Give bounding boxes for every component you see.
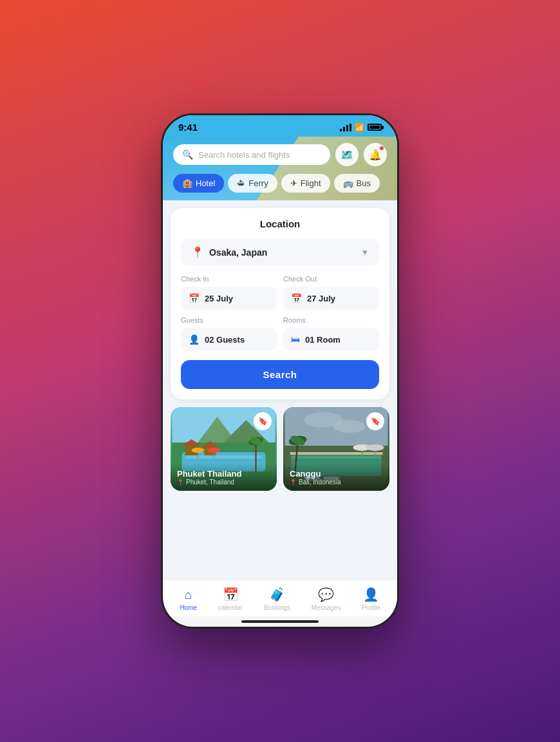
tab-hotel-label: Hotel bbox=[196, 178, 215, 188]
tab-ferry[interactable]: ⛴ Ferry bbox=[228, 174, 277, 193]
date-row: Check In 📅 25 July Check Out 📅 27 July bbox=[181, 275, 379, 310]
main-content: Location 📍 Osaka, Japan ▼ Check In 📅 bbox=[163, 200, 397, 580]
guests-value: 02 Guests bbox=[205, 335, 245, 345]
rooms-field[interactable]: 🛏 01 Room bbox=[283, 328, 379, 351]
booking-form: Location 📍 Osaka, Japan ▼ Check In 📅 bbox=[171, 208, 389, 399]
check-in-value: 25 July bbox=[205, 294, 233, 303]
chevron-down-icon: ▼ bbox=[361, 248, 369, 257]
check-out-value: 27 July bbox=[307, 294, 335, 303]
check-out-field[interactable]: 📅 27 July bbox=[283, 287, 379, 310]
tab-ferry-label: Ferry bbox=[248, 178, 268, 188]
location-value: Osaka, Japan bbox=[209, 247, 267, 258]
form-title: Location bbox=[181, 218, 379, 229]
hotel-icon: 🏨 bbox=[182, 178, 192, 188]
rooms-label: Rooms bbox=[283, 316, 379, 324]
search-icon: 🔍 bbox=[182, 149, 193, 160]
status-bar: 9:41 📶 bbox=[163, 115, 397, 137]
guests-field[interactable]: 👤 02 Guests bbox=[181, 328, 277, 351]
phuket-name: Phuket Thailand bbox=[177, 469, 270, 479]
person-icon: 👤 bbox=[189, 334, 200, 345]
nav-profile-label: Profile bbox=[362, 604, 380, 611]
guests-group: Guests 👤 02 Guests bbox=[181, 316, 277, 351]
notification-button[interactable]: 🔔 bbox=[364, 143, 387, 166]
messages-icon: 💬 bbox=[318, 587, 334, 602]
svg-rect-20 bbox=[292, 456, 382, 459]
location-pin-icon: 📍 bbox=[191, 246, 204, 258]
tab-bus[interactable]: 🚌 Bus bbox=[334, 174, 380, 193]
destination-card-canggu[interactable]: 🔖 Canggu 📍 Bali, Indonesia bbox=[283, 407, 389, 491]
bottom-nav: ⌂ Home 📅 calendar 🧳 Bookings 💬 Messages … bbox=[163, 580, 397, 616]
nav-calendar-label: calendar bbox=[218, 604, 243, 611]
svg-point-16 bbox=[208, 448, 221, 453]
nav-home-label: Home bbox=[180, 604, 197, 611]
header-area: 🔍 Search hotels and flights 🗺️ 🔔 🏨 Hotel bbox=[163, 137, 397, 200]
search-button[interactable]: Search bbox=[181, 360, 379, 389]
canggu-bookmark[interactable]: 🔖 bbox=[366, 412, 384, 430]
phuket-bookmark[interactable]: 🔖 bbox=[254, 412, 272, 430]
tab-hotel[interactable]: 🏨 Hotel bbox=[173, 174, 224, 193]
bus-icon: 🚌 bbox=[343, 178, 353, 188]
nav-calendar[interactable]: 📅 calendar bbox=[218, 587, 243, 611]
guests-rooms-row: Guests 👤 02 Guests Rooms 🛏 01 Room bbox=[181, 316, 379, 351]
calendar-out-icon: 📅 bbox=[291, 293, 302, 303]
phone-frame: 9:41 📶 🔍 Search hotels and bbox=[161, 113, 399, 629]
ferry-icon: ⛴ bbox=[237, 178, 245, 188]
calendar-icon: 📅 bbox=[189, 293, 200, 303]
location-dropdown[interactable]: 📍 Osaka, Japan ▼ bbox=[181, 238, 379, 266]
location-left: 📍 Osaka, Japan bbox=[191, 246, 267, 258]
check-in-field[interactable]: 📅 25 July bbox=[181, 287, 277, 310]
phuket-pin-icon: 📍 bbox=[177, 479, 184, 486]
svg-rect-5 bbox=[185, 455, 263, 459]
rooms-value: 01 Room bbox=[305, 335, 341, 345]
calendar-nav-icon: 📅 bbox=[223, 587, 239, 602]
canggu-location: 📍 Bali, Indonesia bbox=[290, 479, 383, 486]
phuket-location-text: Phuket, Thailand bbox=[186, 479, 234, 486]
phuket-location: 📍 Phuket, Thailand bbox=[177, 479, 270, 486]
canggu-info: Canggu 📍 Bali, Indonesia bbox=[283, 464, 389, 491]
tab-flight-label: Flight bbox=[301, 178, 321, 188]
nav-messages-label: Messages bbox=[312, 604, 341, 611]
flight-icon: ✈ bbox=[290, 178, 297, 188]
battery-icon bbox=[368, 124, 382, 131]
nav-home[interactable]: ⌂ Home bbox=[180, 587, 197, 611]
profile-icon: 👤 bbox=[363, 587, 379, 602]
destinations-row: 🔖 Phuket Thailand 📍 Phuket, Thailand bbox=[163, 407, 397, 580]
guests-label: Guests bbox=[181, 316, 277, 324]
svg-point-32 bbox=[333, 420, 366, 433]
check-out-label: Check Out bbox=[283, 275, 379, 283]
search-bar[interactable]: 🔍 Search hotels and flights bbox=[173, 144, 330, 165]
svg-point-25 bbox=[366, 444, 384, 451]
phone-inner: 9:41 📶 🔍 Search hotels and bbox=[163, 115, 397, 627]
signal-icon bbox=[340, 124, 351, 131]
status-icons: 📶 bbox=[340, 123, 382, 132]
search-row: 🔍 Search hotels and flights 🗺️ 🔔 bbox=[173, 143, 387, 166]
tab-bus-label: Bus bbox=[357, 178, 371, 188]
nav-messages[interactable]: 💬 Messages bbox=[312, 587, 341, 611]
transport-tabs: 🏨 Hotel ⛴ Ferry ✈ Flight 🚌 Bus bbox=[173, 174, 387, 200]
bed-icon: 🛏 bbox=[291, 334, 300, 345]
svg-point-14 bbox=[192, 448, 205, 453]
nav-profile[interactable]: 👤 Profile bbox=[362, 587, 380, 611]
wifi-icon: 📶 bbox=[355, 123, 364, 132]
phuket-info: Phuket Thailand 📍 Phuket, Thailand bbox=[171, 464, 277, 491]
home-bar bbox=[241, 620, 319, 623]
notification-badge bbox=[379, 146, 384, 151]
svg-rect-21 bbox=[290, 452, 383, 455]
nav-bookings[interactable]: 🧳 Bookings bbox=[264, 587, 290, 611]
tab-flight[interactable]: ✈ Flight bbox=[281, 174, 330, 193]
destination-card-phuket[interactable]: 🔖 Phuket Thailand 📍 Phuket, Thailand bbox=[171, 407, 277, 491]
bookings-icon: 🧳 bbox=[269, 587, 285, 602]
map-button[interactable]: 🗺️ bbox=[335, 143, 359, 166]
canggu-name: Canggu bbox=[290, 469, 383, 479]
rooms-group: Rooms 🛏 01 Room bbox=[283, 316, 379, 351]
check-out-group: Check Out 📅 27 July bbox=[283, 275, 379, 310]
map-icon: 🗺️ bbox=[341, 149, 353, 161]
home-indicator bbox=[163, 616, 397, 627]
check-in-group: Check In 📅 25 July bbox=[181, 275, 277, 310]
canggu-location-text: Bali, Indonesia bbox=[299, 479, 341, 486]
check-in-label: Check In bbox=[181, 275, 277, 283]
status-time: 9:41 bbox=[178, 122, 198, 133]
canggu-pin-icon: 📍 bbox=[290, 479, 297, 486]
home-icon: ⌂ bbox=[185, 587, 192, 602]
nav-bookings-label: Bookings bbox=[264, 604, 290, 611]
